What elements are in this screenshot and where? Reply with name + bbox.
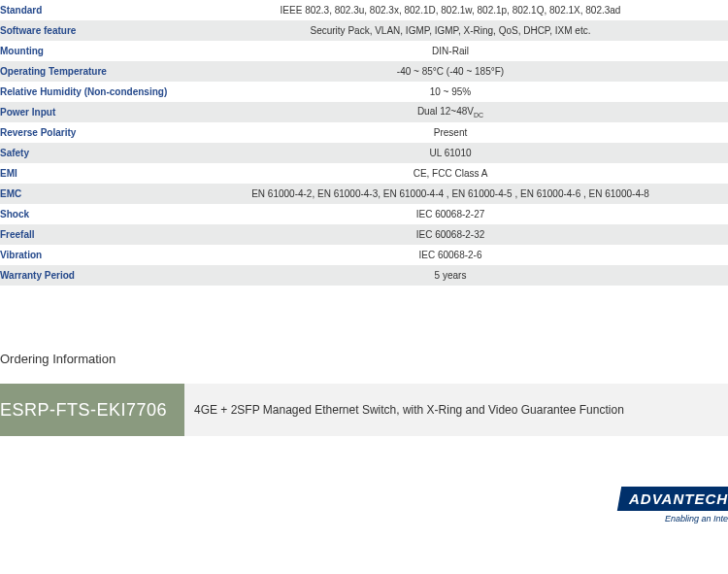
ordering-row: ESRP-FTS-EKI7706 4GE + 2SFP Managed Ethe… (0, 384, 728, 436)
table-row: MountingDIN-Rail (0, 41, 728, 61)
table-row: ShockIEC 60068-2-27 (0, 204, 728, 224)
spec-value: CE, FCC Class A (173, 163, 728, 184)
spec-label: Vibration (0, 245, 173, 265)
spec-value: Dual 12~48VDC (173, 102, 728, 122)
table-row: SafetyUL 61010 (0, 143, 728, 163)
spec-label: Reverse Polarity (0, 122, 173, 143)
spec-label: Software feature (0, 20, 173, 41)
table-row: StandardIEEE 802.3, 802.3u, 802.3x, 802.… (0, 0, 728, 20)
spec-label: Mounting (0, 41, 173, 61)
logo-brand-banner: ADVANTECH (617, 487, 728, 511)
table-row: Operating Temperature-40 ~ 85°C (-40 ~ 1… (0, 61, 728, 82)
spec-value: DIN-Rail (173, 41, 728, 61)
spec-value: IEC 60068-2-6 (173, 245, 728, 265)
spec-label: EMC (0, 184, 173, 204)
table-row: Relative Humidity (Non-condensing)10 ~ 9… (0, 82, 728, 102)
spec-value: UL 61010 (173, 143, 728, 163)
logo-tagline: Enabling an Inte (619, 514, 728, 523)
spec-label: Shock (0, 204, 173, 224)
specifications-table: StandardIEEE 802.3, 802.3u, 802.3x, 802.… (0, 0, 728, 286)
table-row: VibrationIEC 60068-2-6 (0, 245, 728, 265)
table-row: Warranty Period5 years (0, 265, 728, 286)
spec-label: Standard (0, 0, 173, 20)
table-row: Reverse PolarityPresent (0, 122, 728, 143)
table-row: Power InputDual 12~48VDC (0, 102, 728, 122)
ordering-code: ESRP-FTS-EKI7706 (0, 384, 184, 436)
spec-label: Freefall (0, 224, 173, 245)
spec-label: Safety (0, 143, 173, 163)
ordering-description: 4GE + 2SFP Managed Ethernet Switch, with… (184, 384, 728, 436)
spec-value: 10 ~ 95% (173, 82, 728, 102)
ordering-information-heading: Ordering Information (0, 352, 728, 366)
spec-label: Warranty Period (0, 265, 173, 286)
spec-label: Power Input (0, 102, 173, 122)
spec-value: Security Pack, VLAN, IGMP, IGMP, X-Ring,… (173, 20, 728, 41)
spec-label: Operating Temperature (0, 61, 173, 82)
spec-value: Present (173, 122, 728, 143)
advantech-logo: ADVANTECH Enabling an Inte (619, 487, 728, 531)
spec-value: EN 61000-4-2, EN 61000-4-3, EN 61000-4-4… (173, 184, 728, 204)
spec-value: IEEE 802.3, 802.3u, 802.3x, 802.1D, 802.… (173, 0, 728, 20)
spec-label: Relative Humidity (Non-condensing) (0, 82, 173, 102)
table-row: EMICE, FCC Class A (0, 163, 728, 184)
spec-value: IEC 60068-2-32 (173, 224, 728, 245)
spec-label: EMI (0, 163, 173, 184)
spec-value: IEC 60068-2-27 (173, 204, 728, 224)
table-row: FreefallIEC 60068-2-32 (0, 224, 728, 245)
spec-value: -40 ~ 85°C (-40 ~ 185°F) (173, 61, 728, 82)
table-row: Software featureSecurity Pack, VLAN, IGM… (0, 20, 728, 41)
table-row: EMCEN 61000-4-2, EN 61000-4-3, EN 61000-… (0, 184, 728, 204)
spec-value: 5 years (173, 265, 728, 286)
